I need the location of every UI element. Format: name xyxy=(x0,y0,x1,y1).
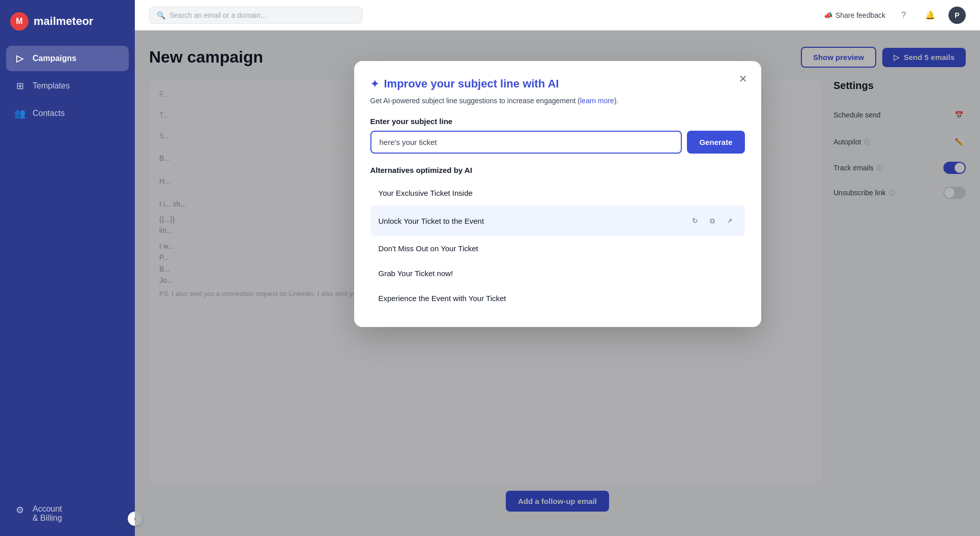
modal-input-row: Generate xyxy=(370,131,745,154)
search-input-placeholder: Search an email or a domain... xyxy=(169,11,267,19)
alternative-item[interactable]: Unlock Your Ticket to the Event ↻ ⧉ ↗ xyxy=(370,205,745,236)
modal-description: Get AI-powered subject line suggestions … xyxy=(370,97,745,105)
modal-desc-text: Get AI-powered subject line suggestions … xyxy=(370,97,576,105)
alternatives-list: Your Exclusive Ticket Inside Unlock Your… xyxy=(370,181,745,311)
avatar[interactable]: P xyxy=(948,7,966,24)
alternative-actions: ↻ ⧉ ↗ xyxy=(688,214,737,228)
topbar: 🔍 Search an email or a domain... 📣 Share… xyxy=(135,0,980,31)
alternative-text: Experience the Event with Your Ticket xyxy=(379,294,506,303)
modal-title: ✦ Improve your subject line with AI xyxy=(370,77,745,91)
alternative-text: Your Exclusive Ticket Inside xyxy=(379,189,473,197)
alternative-item[interactable]: Don't Miss Out on Your Ticket xyxy=(370,236,745,261)
modal-title-text: Improve your subject line with AI xyxy=(384,77,559,91)
ai-sparkle-icon: ✦ xyxy=(370,78,379,90)
gear-icon: ⚙ xyxy=(14,504,25,516)
open-button[interactable]: ↗ xyxy=(723,214,737,228)
main-content: 🔍 Search an email or a domain... 📣 Share… xyxy=(135,0,980,536)
modal-input-label: Enter your subject line xyxy=(370,117,745,126)
sidebar: M mailmeteor ▷ Campaigns ⊞ Templates 👥 C… xyxy=(0,0,135,536)
campaigns-icon: ▷ xyxy=(14,53,25,64)
alternative-item[interactable]: Grab Your Ticket now! xyxy=(370,261,745,286)
sidebar-account-billing-label: Account& Billing xyxy=(33,504,62,523)
learn-more-link[interactable]: learn more xyxy=(580,97,614,105)
sidebar-item-campaigns[interactable]: ▷ Campaigns xyxy=(6,46,129,71)
alternative-text: Don't Miss Out on Your Ticket xyxy=(379,244,478,253)
search-icon: 🔍 xyxy=(157,11,165,19)
share-feedback-label: Share feedback xyxy=(835,11,885,19)
regenerate-button[interactable]: ↻ xyxy=(688,214,702,228)
sidebar-nav: ▷ Campaigns ⊞ Templates 👥 Contacts xyxy=(0,46,135,126)
sidebar-item-templates[interactable]: ⊞ Templates xyxy=(6,73,129,99)
logo-icon: M xyxy=(10,12,28,31)
alternative-text: Unlock Your Ticket to the Event xyxy=(379,217,484,225)
topbar-right: 📣 Share feedback ? 🔔 P xyxy=(824,7,966,24)
templates-icon: ⊞ xyxy=(14,80,25,92)
search-box[interactable]: 🔍 Search an email or a domain... xyxy=(149,7,363,24)
alternative-text: Grab Your Ticket now! xyxy=(379,269,453,278)
alternatives-title: Alternatives optimized by AI xyxy=(370,166,745,174)
sidebar-item-label: Contacts xyxy=(33,109,65,118)
alternative-item[interactable]: Your Exclusive Ticket Inside xyxy=(370,181,745,205)
campaign-area: New campaign Show preview ▷ Send 5 email… xyxy=(135,31,980,536)
share-feedback-button[interactable]: 📣 Share feedback xyxy=(824,11,885,19)
generate-button[interactable]: Generate xyxy=(687,131,744,154)
subject-line-input[interactable] xyxy=(370,131,682,154)
copy-button[interactable]: ⧉ xyxy=(705,214,719,228)
sidebar-item-label: Templates xyxy=(33,81,70,91)
sidebar-item-label: Campaigns xyxy=(33,54,76,63)
sidebar-bottom: ⚙ Account& Billing xyxy=(0,491,135,536)
contacts-icon: 👥 xyxy=(14,108,25,119)
notifications-button[interactable]: 🔔 xyxy=(922,7,938,23)
megaphone-icon: 📣 xyxy=(824,11,832,19)
alternative-item[interactable]: Experience the Event with Your Ticket xyxy=(370,286,745,311)
sidebar-logo: M mailmeteor xyxy=(0,0,135,46)
sidebar-item-contacts[interactable]: 👥 Contacts xyxy=(6,101,129,126)
help-button[interactable]: ? xyxy=(896,7,912,23)
modal: ✕ ✦ Improve your subject line with AI Ge… xyxy=(354,61,761,327)
sidebar-item-account-billing[interactable]: ⚙ Account& Billing xyxy=(6,497,129,530)
modal-overlay: ✕ ✦ Improve your subject line with AI Ge… xyxy=(135,31,980,536)
bell-icon: 🔔 xyxy=(925,10,935,20)
modal-close-button[interactable]: ✕ xyxy=(736,71,751,86)
app-name: mailmeteor xyxy=(34,15,93,28)
help-icon: ? xyxy=(902,11,906,20)
